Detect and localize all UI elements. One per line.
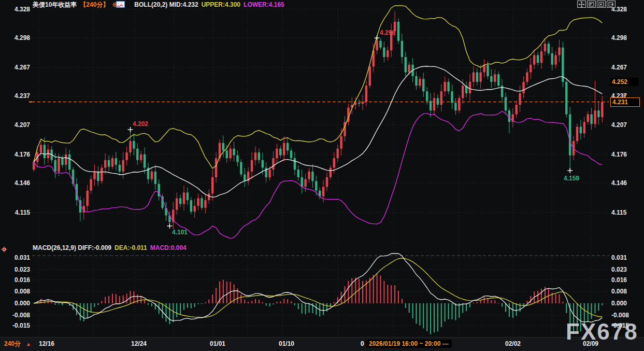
chart-header: 美债10年收益率【240分】⊕BOLL(20,2) MID:4.232UPPER… <box>33 1 288 8</box>
price-axis-label: 4.237 <box>0 92 30 100</box>
period-up-arrow-icon: ▲ <box>26 341 31 347</box>
boll-legend: BOLL(20,2) MID:4.232 <box>134 1 198 8</box>
instrument-title: 美债10年收益率 <box>33 1 77 8</box>
crosshair-time-label: 2026/01/19 16:00 ~ 20:00 — <box>366 340 452 348</box>
price-axis-label: 4.176 <box>611 151 642 158</box>
price-axis-label: 4.328 <box>0 6 30 13</box>
macd-axis-label: 0.000 <box>611 300 642 307</box>
price-axis-label: 4.267 <box>0 64 30 71</box>
boll-lower-legend: LOWER:4.165 <box>244 1 284 8</box>
alert-dot-icon[interactable] <box>1 245 7 251</box>
macd-axis-label: -0.008 <box>611 312 642 319</box>
macd-axis-label: 0.031 <box>611 254 642 261</box>
chart-thumbnail-icon[interactable] <box>116 1 125 8</box>
price-axis-label: 4.115 <box>611 209 642 216</box>
date-tick: 02/02 <box>505 340 521 347</box>
session-high-tag: 4.252 <box>610 78 639 86</box>
macd-value-legend: MACD:0.004 <box>150 244 187 251</box>
macd-axis-label: 0.016 <box>611 276 642 284</box>
price-axis-label: 4.146 <box>611 179 642 187</box>
chart-toolbar <box>577 1 616 8</box>
date-tick: 12/16 <box>39 340 54 347</box>
macd-legend: MACD(26,12,9) DIFF:-0.009 <box>33 244 111 251</box>
swing-low-label: 4.159 <box>564 175 579 182</box>
macd-axis-label: 0.008 <box>611 288 642 295</box>
fx678-watermark: FX678 <box>566 319 638 345</box>
date-tick: 01/10 <box>279 340 294 347</box>
boll-upper-legend: UPPER:4.300 <box>202 1 240 8</box>
macd-axis-label: -0.015 <box>0 322 30 329</box>
macd-axis-label: 0.031 <box>0 254 30 261</box>
play-pane-icon[interactable] <box>597 1 606 8</box>
price-axis-label: 4.115 <box>0 209 30 216</box>
macd-axis-label: 0.023 <box>611 266 642 273</box>
price-up-arrow-icon: ▲ <box>622 93 626 97</box>
period-selector[interactable]: 240分▲ <box>4 340 31 348</box>
macd-axis-label: 0.016 <box>0 276 30 284</box>
price-axis-label: 4.146 <box>0 179 30 187</box>
macd-axis-label: 0.000 <box>0 300 30 307</box>
price-axis-label: 4.176 <box>0 151 30 158</box>
price-axis-label: 4.328 <box>611 6 642 13</box>
pan-tool-icon[interactable] <box>577 1 586 8</box>
time-axis-strip <box>0 337 644 351</box>
date-tick: 01/01 <box>210 340 225 347</box>
chart-window: 美债10年收益率【240分】⊕BOLL(20,2) MID:4.232UPPER… <box>0 0 644 351</box>
macd-axis-label: 0.023 <box>0 266 30 273</box>
swing-low-label: 4.101 <box>172 229 188 236</box>
export-pane-icon[interactable] <box>607 1 616 8</box>
swing-high-label: 4.298 <box>380 29 395 36</box>
price-chart-canvas[interactable] <box>0 0 644 351</box>
price-axis-label: 4.298 <box>611 34 642 41</box>
price-axis-label: 4.207 <box>611 121 642 129</box>
price-axis-label: 4.298 <box>0 34 30 41</box>
partial-date-tick: 0 <box>361 340 364 347</box>
swing-high-label: 4.202 <box>133 120 148 128</box>
macd-dea-legend: DEA:-0.011 <box>115 244 147 251</box>
macd-axis-label: -0.008 <box>0 312 30 319</box>
macd-header: MACD(26,12,9) DIFF:-0.009DEA:-0.011MACD:… <box>33 244 190 251</box>
price-axis-label: 4.207 <box>0 121 30 129</box>
macd-axis-label: 0.008 <box>0 288 30 295</box>
date-tick: 12/24 <box>131 340 147 347</box>
price-axis-label: 4.267 <box>611 64 642 71</box>
current-price-tag: 4.231 <box>610 97 640 107</box>
new-pane-icon[interactable] <box>587 1 596 8</box>
period-badge[interactable]: 【240分】 <box>80 1 109 8</box>
